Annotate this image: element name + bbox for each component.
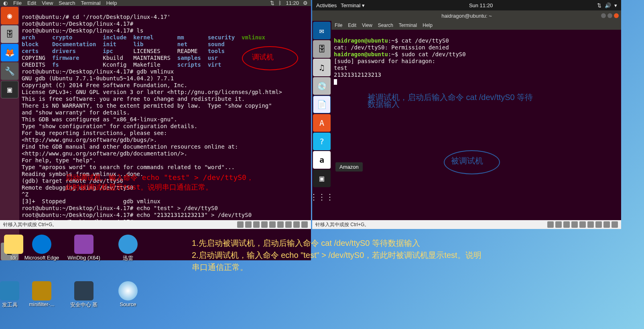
menu-terminal[interactable]: Terminal: [399, 22, 417, 28]
menu-file[interactable]: File: [335, 22, 342, 28]
cursor: [334, 79, 337, 85]
term-line: test: [334, 65, 347, 71]
libreoffice-icon[interactable]: 📄: [313, 96, 331, 113]
firefox-icon[interactable]: 🦊: [1, 44, 18, 61]
menu-terminal[interactable]: Terminal: [81, 0, 101, 6]
vm-right-window: Activities Terminal ▾ Sun 11:20 ⇅ 🔊 ▾ ha…: [312, 0, 621, 229]
icon-label: 发工具: [2, 302, 18, 308]
terminal-title: haidragon@ubuntu: ~: [441, 13, 492, 19]
desktop-icon-minifilter[interactable]: minifilter-...: [24, 281, 59, 307]
help-icon[interactable]: ?: [313, 133, 331, 150]
menu-search[interactable]: Search: [378, 22, 393, 28]
xunlei-icon: [118, 235, 138, 254]
files-icon[interactable]: 🗄: [1, 25, 18, 43]
vm-right-topbar: Activities Terminal ▾ Sun 11:20 ⇅ 🔊 ▾: [312, 0, 621, 10]
terminal-icon[interactable]: ▣: [1, 81, 18, 98]
ls-row: arch crypto include kernel mm security v…: [22, 34, 265, 41]
host-status-right: 针移入其中或按 Ctrl+G。: [312, 220, 621, 229]
files-icon[interactable]: 🗄: [313, 40, 331, 58]
word-icon: [74, 281, 93, 300]
term-line: root@ubuntu:~/Desktop/linux-4.17# gdb vm…: [22, 68, 174, 75]
activities-button[interactable]: Activities: [316, 2, 337, 8]
hint-text: 针移入其中或按 Ctrl+G。: [315, 221, 369, 228]
clock[interactable]: 11:20: [286, 0, 299, 6]
desktop-icon-security[interactable]: 安全中心 基: [66, 281, 102, 309]
minimize-button[interactable]: [601, 13, 606, 18]
desktop-icon-source[interactable]: Source: [110, 281, 146, 307]
edge-icon: [32, 235, 51, 254]
annotation-red-1: 启动调试机，输入命令 echo "test" > /dev/ttyS0，: [65, 174, 254, 181]
menu-file[interactable]: File: [13, 0, 22, 6]
launcher-right: ✉ 🗄 ♫ 💿 📄 A ? a ▣ ⋮⋮⋮: [312, 21, 331, 229]
vm-left-window: ◐ File Edit View Search Terminal Help ⇅ …: [0, 0, 311, 229]
terminal-right[interactable]: haidragon@ubuntu:~$ cat /dev/ttyS0 cat: …: [331, 30, 621, 229]
windbg-icon: [74, 235, 93, 254]
term-line: root@ubuntu:~/Desktop/linux-4.17# ls: [22, 27, 143, 34]
menu-help[interactable]: Help: [106, 0, 117, 6]
volume-icon[interactable]: 🔊: [605, 2, 611, 8]
close-button[interactable]: [614, 13, 619, 18]
ls-row: COPYING firmware Kbuild MAINTAINERS samp…: [22, 55, 218, 61]
ubuntu-logo-icon: ◐: [3, 0, 8, 6]
network-icon[interactable]: ⇅: [597, 2, 601, 8]
term-line: [sudo] password for haidragon:: [334, 58, 435, 64]
folder-icon: [0, 281, 19, 300]
annotation-label-left: 调试机: [252, 53, 274, 60]
term-line: root@ubuntu:~/Desktop/linux-4.17# echo "…: [22, 212, 252, 218]
desktop-icon-devtool[interactable]: 发工具: [0, 281, 27, 309]
annotation-blue-text: 被调试机，启动后输入命令 cat /dev/ttyS0 等待 数据输入: [368, 94, 533, 108]
terminal-dropdown[interactable]: Terminal ▾: [341, 2, 365, 8]
terminal-icon[interactable]: ▣: [313, 170, 331, 187]
ls-row: block Documentation init lib net sound: [22, 41, 225, 47]
icon-label: 安全中心 基: [70, 302, 98, 308]
icon-label: 迅雷: [123, 255, 133, 261]
show-apps-icon[interactable]: ⋮⋮⋮: [313, 188, 331, 206]
term-line: cat: /dev/ttyS0: Permission denied: [334, 44, 449, 51]
term-line: haidragon@ubuntu:~$ cat /dev/ttyS0: [334, 37, 449, 44]
term-line: root@ubuntu:~/Desktop/linux-4.17# echo "…: [22, 205, 218, 211]
menu-search[interactable]: Search: [59, 0, 75, 6]
menu-help[interactable]: Help: [423, 22, 433, 28]
settings-icon[interactable]: 🔧: [1, 62, 18, 80]
term-line: root@ubuntu:~/Desktop/linux-4.17#: [22, 20, 133, 27]
clock-right[interactable]: Sun 11:20: [469, 2, 493, 8]
vm-left-topbar: ◐ File Edit View Search Terminal Help ⇅ …: [0, 0, 311, 6]
terminal-menubar: File Edit View Search Terminal Help: [331, 21, 621, 30]
term-line: haidragon@ubuntu:~$ sudo cat /dev/ttyS0: [334, 51, 466, 57]
desktop-icon-xunlei[interactable]: 迅雷: [110, 235, 146, 262]
amazon-icon[interactable]: a: [313, 151, 331, 169]
menu-view[interactable]: View: [42, 0, 53, 6]
menu-edit[interactable]: Edit: [348, 22, 356, 28]
instructions-text: 1.先启动被调试机，启动后输入命令 cat /dev/ttyS0 等待数据输入 …: [192, 237, 481, 273]
terminal-title-bar: haidragon@ubuntu: ~: [312, 10, 621, 21]
icon-label: WinDbg (X64): [67, 255, 100, 261]
ls-row: CREDITS fs Kconfig Makefile scripts virt: [22, 61, 221, 68]
folder-icon: [4, 235, 23, 254]
power-icon[interactable]: ▾: [614, 2, 617, 8]
vmware-status-icons[interactable]: [547, 221, 618, 228]
annotation-label-right: 被调试机: [451, 157, 483, 164]
rhythmbox-icon[interactable]: ♫: [313, 59, 331, 76]
network-icon[interactable]: ⇅: [270, 0, 274, 6]
hint-text: 针移入其中或按 Ctrl+G。: [3, 221, 57, 228]
vmware-status-icons[interactable]: [237, 221, 308, 228]
annotation-red-2: 此时被调试机显示test。说明串口通信正常。: [65, 184, 213, 190]
bluetooth-icon[interactable]: ᛒ: [278, 0, 282, 6]
desktop-icon-windbg[interactable]: WinDbg (X64): [66, 235, 102, 261]
desktop-icon-edge[interactable]: Microsoft Edge: [24, 235, 59, 261]
menu-edit[interactable]: Edit: [27, 0, 36, 6]
ls-row: certs drivers ipc LICENSES README tools: [22, 48, 225, 54]
gear-icon[interactable]: ⚙: [303, 0, 308, 6]
icon-label: Microsoft Edge: [24, 255, 59, 261]
icon-label: Source: [120, 301, 136, 307]
disk-icon[interactable]: 💿: [313, 77, 331, 95]
amazon-tooltip: Amazon: [335, 162, 363, 172]
software-center-icon[interactable]: A: [313, 114, 331, 132]
host-status-left: 针移入其中或按 Ctrl+G。: [0, 220, 311, 229]
menu-view[interactable]: View: [362, 22, 372, 28]
source-icon: [118, 281, 138, 300]
winrar-icon: [32, 281, 51, 300]
thunderbird-icon[interactable]: ✉: [313, 22, 331, 39]
maximize-button[interactable]: [607, 13, 612, 18]
ubuntu-dash-icon[interactable]: ◉: [1, 7, 18, 25]
